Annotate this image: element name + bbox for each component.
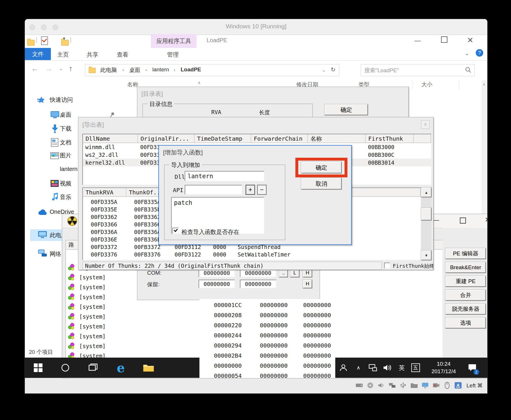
tab-share[interactable]: 共享: [87, 51, 98, 59]
breadcrumb-loadpe[interactable]: LoadPE: [181, 66, 201, 73]
process-row[interactable]: [system]: [66, 293, 141, 302]
tab-manage[interactable]: 管理: [167, 51, 179, 59]
lordpe-side-button[interactable]: 重建 PE: [445, 276, 486, 287]
network-tray-icon[interactable]: [366, 358, 379, 378]
header-originalfirstthunk[interactable]: OriginalFir...: [138, 134, 195, 143]
search-input[interactable]: 搜索"LoadPE": [361, 64, 475, 76]
qat-folder-icon[interactable]: [27, 40, 35, 46]
refresh-icon[interactable]: ↻: [331, 66, 336, 73]
file-explorer-icon[interactable]: [140, 358, 157, 378]
app-tools-contextual-tab[interactable]: 应用程序工具: [151, 34, 197, 48]
sidebar-item-music[interactable]: 音乐: [60, 193, 71, 201]
column-divider[interactable]: [412, 80, 412, 89]
sidebar-item-network[interactable]: 网络: [50, 250, 61, 258]
directory-ok-button[interactable]: 确定: [325, 104, 368, 115]
column-divider[interactable]: [459, 80, 459, 89]
sidebar-item-desktop[interactable]: 桌面: [60, 111, 71, 119]
search-icon[interactable]: [465, 67, 471, 73]
process-row[interactable]: [system]: [66, 273, 141, 283]
header-forwarderchain[interactable]: ForwarderChain: [251, 134, 308, 143]
value-row[interactable]: 00000208 00000000 00000000: [199, 311, 335, 321]
thunk-scrollbar[interactable]: ▲ ▼: [421, 187, 432, 260]
sidebar-item-videos[interactable]: 视频: [60, 180, 71, 187]
cortana-search-icon[interactable]: [57, 358, 73, 378]
sidebar-item-pictures[interactable]: 图片: [60, 152, 71, 159]
explorer-maximize-icon[interactable]: [441, 36, 447, 43]
header-firstthunk[interactable]: FirstThunk: [366, 134, 414, 143]
column-name[interactable]: 名称: [127, 81, 138, 88]
add-import-ok-button[interactable]: 确定: [301, 162, 342, 173]
process-row[interactable]: [system]: [66, 302, 141, 312]
sidebar-item-downloads[interactable]: 下载: [60, 125, 71, 133]
reserved-value-field[interactable]: 00000000: [199, 280, 235, 288]
volume-icon[interactable]: [381, 358, 394, 378]
tab-view[interactable]: 查看: [117, 51, 128, 59]
scroll-thumb[interactable]: [421, 208, 432, 220]
value-row[interactable]: 00000294 00000000 00000000: [199, 341, 335, 351]
process-row[interactable]: [system]: [66, 283, 141, 293]
breadcrumb-desktop[interactable]: 桌面: [129, 66, 140, 74]
tab-home[interactable]: 主页: [57, 51, 69, 59]
api-list-item[interactable]: patch: [174, 199, 192, 206]
lordpe-maximize-icon[interactable]: [460, 218, 466, 224]
thunk-row[interactable]: 00FD3376 00FB3376 00FD3122 0000 SetWaita…: [83, 250, 421, 258]
scroll-up-icon[interactable]: ∧: [483, 82, 486, 86]
ime-language-indicator[interactable]: 英: [396, 358, 408, 378]
scroll-down-icon[interactable]: ▼: [421, 250, 432, 260]
header-name[interactable]: 名称: [308, 134, 366, 143]
process-row[interactable]: [system]: [66, 342, 141, 352]
sort-ascending-icon[interactable]: ∧: [198, 80, 201, 85]
ime-mode-indicator[interactable]: 五: [409, 358, 422, 378]
sidebar-item-lantern[interactable]: lantern: [60, 166, 77, 172]
add-import-cancel-button[interactable]: 取消: [301, 178, 342, 189]
header-timedatestamp[interactable]: TimeDateStamp: [195, 134, 251, 143]
value-row[interactable]: 00000244 00000000 00000000: [199, 331, 335, 341]
clock-tray[interactable]: 10:24 2017/12/4: [425, 358, 462, 378]
edge-icon[interactable]: e: [113, 358, 129, 378]
back-icon[interactable]: ←: [31, 64, 39, 73]
help-icon[interactable]: ?: [476, 49, 483, 57]
address-bar[interactable]: 此电脑 › 桌面 › lantern › LoadPE ⌄ ↻: [85, 64, 339, 76]
value-row[interactable]: 000002B4 00000000 00000000: [199, 351, 335, 361]
process-row[interactable]: [system]: [66, 312, 141, 322]
task-view-icon[interactable]: [85, 358, 101, 378]
reserved-h-button[interactable]: H: [303, 280, 312, 288]
tray-chevron-up-icon[interactable]: ∧: [353, 358, 364, 378]
value-row[interactable]: 00000054 00000000 00000000: [199, 371, 335, 378]
address-dropdown-icon[interactable]: ⌄: [322, 67, 326, 73]
check-import-exists-label[interactable]: 检查导入函数是否存在: [182, 228, 239, 236]
tab-file[interactable]: 文件: [25, 48, 51, 60]
api-add-button[interactable]: +: [246, 185, 255, 195]
scroll-up-icon[interactable]: ▲: [421, 187, 432, 197]
value-row[interactable]: 000001CC 00000000 00000000: [199, 301, 335, 311]
value-row[interactable]: 00000220 00000000 00000000: [199, 321, 335, 331]
column-size[interactable]: 大小: [421, 81, 432, 88]
start-button[interactable]: [30, 358, 46, 378]
lordpe-minimize-icon[interactable]: —: [433, 216, 439, 224]
dll-input[interactable]: lantern: [185, 171, 264, 181]
ribbon-collapse-icon[interactable]: ⌄: [465, 50, 469, 57]
lordpe-side-button[interactable]: 选项: [445, 317, 486, 328]
action-center-icon[interactable]: 2: [464, 358, 480, 378]
value-row[interactable]: 00000000 00000000 00000000: [199, 361, 335, 371]
thunk-row[interactable]: 00FD337A 00FB337A 00FD3136 0000 SetUnhan…: [83, 258, 421, 260]
header-thunkrva[interactable]: ThunkRVA: [83, 188, 126, 197]
explorer-close-icon[interactable]: ✕: [467, 36, 473, 45]
lordpe-side-button[interactable]: 脱壳服务器: [445, 304, 486, 315]
breadcrumb-this-pc[interactable]: 此电脑: [100, 66, 117, 74]
lordpe-side-button[interactable]: PE 编辑器: [445, 248, 486, 259]
export-close-icon[interactable]: x: [421, 120, 430, 129]
header-dllname[interactable]: DllName: [83, 134, 138, 143]
explorer-minimize-icon[interactable]: —: [414, 37, 421, 44]
recent-locations-icon[interactable]: ⌄: [59, 66, 63, 71]
breadcrumb-lantern[interactable]: lantern: [152, 66, 169, 73]
sidebar-item-quick-access[interactable]: 快速访问: [50, 96, 73, 104]
firstthunk-checkbox[interactable]: [384, 263, 390, 269]
forward-icon[interactable]: →: [45, 64, 53, 73]
api-input[interactable]: [185, 185, 242, 195]
reserved-value-field2[interactable]: 00000000: [240, 280, 276, 288]
api-remove-button[interactable]: −: [257, 185, 266, 195]
up-icon[interactable]: ↑: [69, 64, 73, 73]
sidebar-item-documents[interactable]: 文档: [60, 139, 71, 146]
qat-customize-icon[interactable]: ▾: [63, 36, 65, 41]
